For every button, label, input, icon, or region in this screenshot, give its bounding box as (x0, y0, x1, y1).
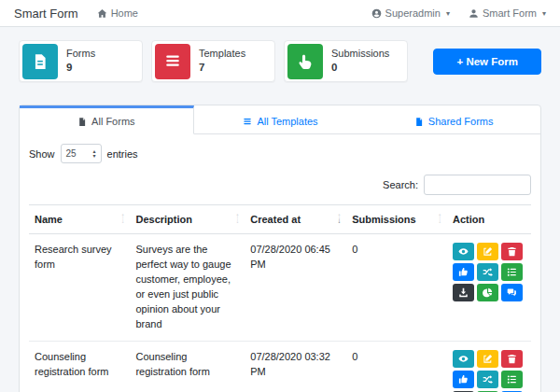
form-name: Counseling registration form (29, 341, 130, 392)
stats-row: Forms 9 Templates 7 Submissions 0 + New … (19, 40, 541, 82)
pie-chart-icon (483, 287, 493, 298)
stat-label: Submissions (331, 47, 389, 61)
tab-bar: All Forms All Templates Shared Forms (20, 105, 540, 134)
templates-card-icon-box (155, 44, 190, 79)
tab-shared-forms[interactable]: Shared Forms (367, 105, 540, 134)
delete-button[interactable] (501, 243, 523, 260)
hand-pointer-icon (297, 53, 314, 70)
home-icon (97, 8, 107, 19)
page-length-select[interactable]: 25 ▴▾ (61, 144, 102, 163)
form-description: Surveys are the perfect way to gauge cus… (130, 234, 245, 342)
new-form-button[interactable]: + New Form (433, 49, 541, 75)
sort-icon: ↑↓ (438, 214, 441, 223)
view-button[interactable] (453, 243, 474, 260)
thumbs-up-icon (458, 267, 469, 277)
header-name[interactable]: Name ↑↓ (29, 205, 130, 234)
randomize-button[interactable] (477, 371, 498, 388)
table-row: Research survey form Surveys are the per… (29, 234, 531, 342)
edit-icon (483, 246, 493, 257)
form-description: Counseling registration form (130, 341, 245, 392)
entries-label: entries (107, 148, 138, 160)
edit-button[interactable] (477, 350, 498, 368)
trash-icon (507, 246, 517, 257)
form-name: Research survey form (29, 234, 130, 342)
sort-icon: ↑↓ (235, 214, 239, 223)
file-icon (414, 117, 424, 127)
edit-button[interactable] (477, 243, 498, 260)
stat-value: 0 (331, 61, 389, 76)
stat-value: 9 (66, 61, 95, 76)
form-submissions: 0 (346, 234, 447, 342)
tab-label: Shared Forms (428, 116, 494, 127)
table-row: Counseling registration form Counseling … (29, 341, 531, 392)
header-submissions[interactable]: Submissions ↑↓ (346, 205, 447, 234)
approve-button[interactable] (453, 263, 474, 281)
nav-home-label: Home (111, 7, 138, 19)
list-icon (507, 267, 517, 277)
caret-down-icon: ▾ (542, 9, 546, 18)
row-actions (453, 243, 525, 301)
user-circle-icon (371, 8, 382, 19)
nav-home-link[interactable]: Home (97, 7, 138, 19)
forms-card-icon-box (22, 44, 58, 79)
form-submissions: 0 (346, 341, 447, 392)
role-dropdown[interactable]: Superadmin ▾ (371, 7, 450, 19)
user-icon (469, 8, 479, 19)
entries-button[interactable] (501, 263, 523, 281)
tab-all-forms[interactable]: All Forms (20, 105, 194, 134)
eye-icon (458, 246, 469, 257)
download-icon (458, 287, 469, 298)
thumbs-up-icon (458, 374, 469, 385)
form-created-at: 07/28/2020 06:45 PM (245, 234, 346, 342)
tab-label: All Forms (91, 116, 134, 127)
caret-down-icon: ▾ (446, 9, 450, 18)
tab-all-templates[interactable]: All Templates (194, 105, 368, 134)
stat-card-forms[interactable]: Forms 9 (19, 40, 143, 82)
header-created-at[interactable]: Created at ↑↓ (245, 205, 346, 234)
row-actions (453, 350, 525, 392)
account-dropdown[interactable]: Smart Form ▾ (469, 7, 546, 19)
delete-button[interactable] (501, 350, 523, 368)
download-button[interactable] (453, 284, 474, 301)
forms-panel: All Forms All Templates Shared Forms Sho… (19, 105, 541, 392)
submissions-card-icon-box (287, 44, 323, 79)
stat-label: Forms (66, 47, 95, 61)
list-icon (507, 374, 517, 385)
role-dropdown-label: Superadmin (385, 7, 441, 19)
search-label: Search: (383, 179, 418, 190)
view-button[interactable] (453, 350, 474, 368)
trash-icon (507, 354, 517, 364)
stat-card-submissions[interactable]: Submissions 0 (284, 40, 408, 82)
tab-label: All Templates (257, 116, 317, 127)
comments-button[interactable] (501, 284, 523, 301)
list-bars-icon (164, 53, 181, 70)
eye-icon (458, 354, 469, 364)
stat-card-templates[interactable]: Templates 7 (151, 40, 275, 82)
file-icon (77, 117, 87, 127)
select-arrows-icon: ▴▾ (93, 149, 96, 158)
forms-table: Name ↑↓ Description ↑↓ Created at ↑↓ S (29, 204, 531, 392)
header-action: Action (447, 205, 531, 234)
randomize-button[interactable] (477, 263, 498, 281)
approve-button[interactable] (453, 371, 474, 388)
top-navbar: Smart Form Home Superadmin ▾ Smart Form … (0, 0, 560, 27)
search-input[interactable] (424, 175, 531, 195)
stat-label: Templates (199, 47, 245, 61)
edit-icon (483, 354, 493, 364)
stat-value: 7 (199, 61, 245, 76)
shuffle-icon (483, 267, 493, 277)
form-created-at: 07/28/2020 03:32 PM (245, 341, 346, 392)
sort-icon-active: ↑↓ (337, 214, 341, 223)
header-description[interactable]: Description ↑↓ (130, 205, 245, 234)
entries-button[interactable] (501, 371, 523, 388)
file-icon (32, 53, 49, 70)
app-brand[interactable]: Smart Form (14, 7, 78, 21)
comments-icon (507, 287, 517, 298)
shuffle-icon (483, 374, 493, 385)
list-bars-icon (243, 117, 252, 127)
page-length-value: 25 (66, 148, 77, 159)
table-header-row: Name ↑↓ Description ↑↓ Created at ↑↓ S (29, 205, 531, 234)
sort-icon: ↑↓ (120, 214, 124, 223)
show-label: Show (29, 148, 55, 160)
analytics-button[interactable] (477, 284, 498, 301)
